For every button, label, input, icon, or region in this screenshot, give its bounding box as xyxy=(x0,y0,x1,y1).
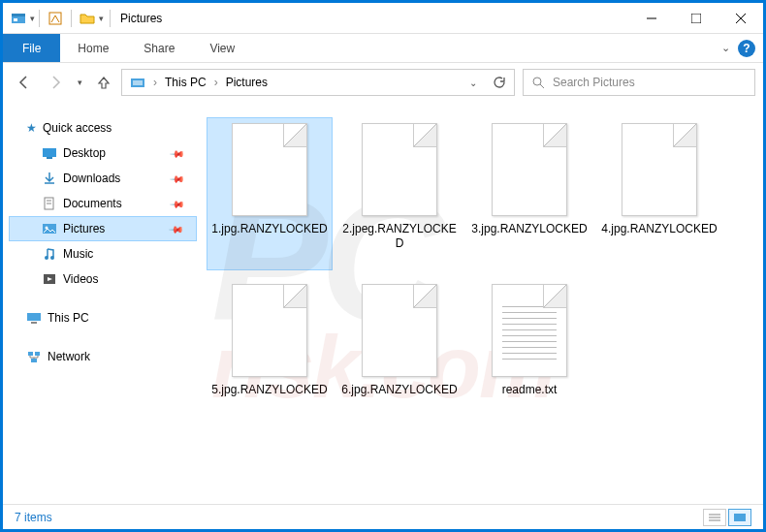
address-bar[interactable]: › This PC › Pictures ⌄ xyxy=(121,69,515,96)
downloads-icon xyxy=(42,171,57,186)
close-button[interactable] xyxy=(718,4,763,33)
search-input[interactable]: Search Pictures xyxy=(523,69,755,96)
tree-network[interactable]: Network xyxy=(9,344,197,369)
thumbnails-view-button[interactable] xyxy=(728,509,751,526)
pin-icon: 📌 xyxy=(170,145,185,161)
svg-rect-13 xyxy=(47,157,52,159)
generic-file-icon xyxy=(362,284,437,377)
file-item[interactable]: readme.txt xyxy=(466,278,592,431)
svg-rect-2 xyxy=(14,18,17,21)
svg-rect-27 xyxy=(35,352,40,356)
generic-file-icon xyxy=(622,123,697,216)
tree-label: Videos xyxy=(63,272,98,286)
sidebar-item-music[interactable]: Music xyxy=(9,241,197,266)
titlebar: ▾ ▾ Pictures xyxy=(3,3,763,34)
svg-rect-28 xyxy=(31,359,37,362)
sidebar-item-downloads[interactable]: Downloads 📌 xyxy=(9,166,197,191)
file-pane[interactable]: 1.jpg.RANZYLOCKED2.jpeg.RANZYLOCKED3.jpg… xyxy=(197,102,763,504)
help-icon[interactable]: ? xyxy=(738,40,755,57)
file-name: 5.jpg.RANZYLOCKED xyxy=(211,383,327,397)
details-view-button[interactable] xyxy=(703,509,726,526)
svg-rect-3 xyxy=(49,13,61,24)
svg-rect-12 xyxy=(43,148,56,157)
tree-quick-access[interactable]: ★ Quick access xyxy=(9,115,197,141)
this-pc-icon xyxy=(26,310,42,326)
explorer-window: ▾ ▾ Pictures File Home Share View ⌄ ? xyxy=(3,3,763,529)
status-count: 7 items xyxy=(15,511,52,524)
file-item[interactable]: 1.jpg.RANZYLOCKED xyxy=(207,117,333,270)
svg-rect-32 xyxy=(734,514,746,521)
pin-icon: 📌 xyxy=(169,221,184,236)
app-icon[interactable] xyxy=(7,7,30,30)
properties-icon[interactable] xyxy=(44,7,67,30)
maximize-button[interactable] xyxy=(674,4,718,33)
network-icon xyxy=(26,349,42,364)
svg-line-11 xyxy=(540,84,544,88)
tree-label: Desktop xyxy=(63,146,106,160)
qat-separator xyxy=(110,10,111,27)
sidebar-item-documents[interactable]: Documents 📌 xyxy=(9,191,197,216)
file-name: 3.jpg.RANZYLOCKED xyxy=(471,222,587,236)
file-name: 1.jpg.RANZYLOCKED xyxy=(211,222,327,236)
pin-icon: 📌 xyxy=(170,196,185,211)
svg-rect-24 xyxy=(27,313,41,321)
search-icon xyxy=(531,76,545,89)
generic-file-icon xyxy=(362,123,437,216)
text-file-icon xyxy=(492,284,567,377)
chevron-down-icon[interactable]: ▾ xyxy=(99,14,104,23)
svg-rect-5 xyxy=(691,14,701,23)
file-item[interactable]: 2.jpeg.RANZYLOCKED xyxy=(336,117,463,270)
tree-label: Music xyxy=(63,247,93,261)
svg-rect-9 xyxy=(133,80,143,85)
refresh-button[interactable] xyxy=(487,76,510,89)
file-item[interactable]: 3.jpg.RANZYLOCKED xyxy=(466,117,592,270)
generic-file-icon xyxy=(232,284,307,377)
search-placeholder: Search Pictures xyxy=(553,76,635,89)
file-item[interactable]: 5.jpg.RANZYLOCKED xyxy=(207,278,333,431)
ribbon-file-tab[interactable]: File xyxy=(3,34,60,62)
ribbon-tab-view[interactable]: View xyxy=(192,34,252,62)
svg-rect-1 xyxy=(12,14,25,16)
tree-label: Quick access xyxy=(43,121,112,135)
music-icon xyxy=(42,246,57,262)
documents-icon xyxy=(42,196,57,211)
expand-ribbon-icon[interactable]: ⌄ xyxy=(721,42,730,54)
videos-icon xyxy=(42,271,57,287)
forward-button[interactable] xyxy=(42,69,69,96)
tree-this-pc[interactable]: This PC xyxy=(9,305,197,330)
chevron-right-icon[interactable]: › xyxy=(212,76,220,89)
tree-label: Pictures xyxy=(63,222,105,235)
tree-label: Network xyxy=(48,350,90,363)
chevron-down-icon[interactable]: ▾ xyxy=(30,14,35,23)
file-name: readme.txt xyxy=(502,383,558,397)
back-button[interactable] xyxy=(11,69,38,96)
qat-separator xyxy=(39,10,40,27)
svg-rect-25 xyxy=(31,322,37,324)
ribbon: File Home Share View ⌄ ? xyxy=(3,34,763,63)
ribbon-tab-home[interactable]: Home xyxy=(60,34,126,62)
status-bar: 7 items xyxy=(3,504,763,529)
generic-file-icon xyxy=(492,123,567,216)
breadcrumb[interactable]: Pictures xyxy=(222,76,271,89)
ribbon-tab-share[interactable]: Share xyxy=(126,34,192,62)
tree-label: Downloads xyxy=(63,172,120,185)
minimize-button[interactable] xyxy=(629,4,674,33)
recent-locations-button[interactable]: ▾ xyxy=(73,69,86,96)
file-item[interactable]: 4.jpg.RANZYLOCKED xyxy=(596,117,722,270)
chevron-right-icon[interactable]: › xyxy=(151,76,159,89)
navbar: ▾ › This PC › Pictures ⌄ Search Pictures xyxy=(3,63,763,102)
nav-pane: ★ Quick access Desktop 📌 Downloads 📌 Doc… xyxy=(3,102,197,504)
sidebar-item-pictures[interactable]: Pictures 📌 xyxy=(9,216,197,241)
address-history-button[interactable]: ⌄ xyxy=(462,78,485,88)
new-folder-icon[interactable] xyxy=(76,7,99,30)
file-item[interactable]: 6.jpg.RANZYLOCKED xyxy=(336,278,463,431)
sidebar-item-desktop[interactable]: Desktop 📌 xyxy=(9,141,197,166)
pictures-icon xyxy=(42,221,57,236)
svg-point-10 xyxy=(533,78,541,85)
breadcrumb[interactable]: This PC xyxy=(161,76,210,89)
sidebar-item-videos[interactable]: Videos xyxy=(9,266,197,292)
address-root-icon[interactable] xyxy=(126,75,149,90)
svg-point-20 xyxy=(45,256,48,260)
up-button[interactable] xyxy=(90,69,117,96)
file-name: 4.jpg.RANZYLOCKED xyxy=(601,222,717,236)
